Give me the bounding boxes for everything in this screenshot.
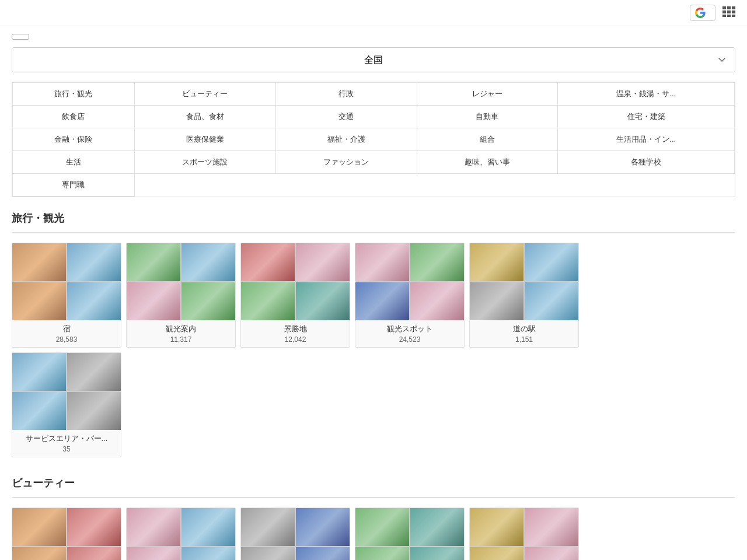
category-card[interactable]: 観光スポット24,523: [355, 243, 465, 348]
card-info: 景勝地12,042: [241, 320, 350, 347]
category-table: 旅行・観光ビューティー行政レジャー温泉・銭湯・サ...飲食店食品、食材交通自動車…: [12, 82, 735, 197]
section-beauty: ビューティー: [12, 476, 735, 560]
card-thumbnail: [12, 508, 121, 560]
section-beauty-header: ビューティー: [12, 476, 735, 490]
category-cell[interactable]: 金融・保険: [13, 128, 135, 151]
card-name: 観光案内: [131, 324, 231, 334]
svg-rect-0: [722, 6, 726, 9]
category-card[interactable]: [12, 508, 121, 560]
card-name: 観光スポット: [360, 324, 459, 334]
card-thumbnail: [12, 243, 121, 320]
thumbnail-part: [241, 282, 295, 320]
category-cell[interactable]: 各種学校: [558, 151, 735, 174]
category-card[interactable]: 観光案内11,317: [126, 243, 236, 348]
section-travel: 旅行・観光 宿28,583観光案内11,317景勝地12,042観光スポット24…: [12, 211, 735, 457]
card-grid-beauty: [12, 508, 735, 560]
thumbnail-part: [355, 508, 409, 546]
category-cell[interactable]: 行政: [275, 83, 417, 106]
svg-rect-5: [732, 10, 735, 13]
card-grid-travel-extra: サービスエリア・パー...35: [12, 352, 735, 457]
category-cell[interactable]: 住宅・建築: [558, 106, 735, 128]
category-cell[interactable]: ビューティー: [134, 83, 275, 106]
category-card[interactable]: サービスエリア・パー...35: [12, 352, 121, 457]
thumbnail-part: [67, 243, 121, 281]
category-card[interactable]: [240, 508, 350, 560]
category-cell[interactable]: 趣味、習い事: [417, 151, 558, 174]
card-name: サービスエリア・パー...: [17, 433, 116, 444]
category-cell[interactable]: 温泉・銭湯・サ...: [558, 83, 735, 106]
category-cell[interactable]: 飲食店: [13, 106, 135, 128]
section-travel-header: 旅行・観光: [12, 211, 735, 225]
card-count: 35: [17, 445, 116, 453]
category-card[interactable]: 景勝地12,042: [240, 243, 350, 348]
category-cell[interactable]: 医療保健業: [134, 128, 275, 151]
category-cell[interactable]: [275, 174, 417, 197]
svg-rect-1: [727, 6, 731, 9]
thumbnail-part: [296, 508, 350, 546]
thumbnail-part: [127, 243, 180, 281]
card-thumbnail: [127, 243, 235, 320]
section-travel-title: 旅行・観光: [12, 211, 64, 225]
card-grid-travel: 宿28,583観光案内11,317景勝地12,042観光スポット24,523道の…: [12, 243, 735, 348]
card-thumbnail: [241, 243, 350, 320]
thumbnail-part: [12, 547, 66, 560]
svg-rect-4: [727, 10, 731, 13]
thumbnail-part: [241, 508, 295, 546]
card-info: 観光スポット24,523: [355, 320, 464, 347]
category-cell[interactable]: [417, 174, 558, 197]
category-card[interactable]: [126, 508, 236, 560]
category-cell[interactable]: 福祉・介護: [275, 128, 417, 151]
region-select-wrapper: 全国 北海道 東北 関東 中部 近畿 中国 四国 九州・沖縄: [12, 47, 735, 72]
card-thumbnail: [470, 508, 578, 560]
header-actions: [690, 5, 735, 21]
thumbnail-part: [67, 547, 121, 560]
thumbnail-part: [410, 243, 464, 281]
thumbnail-part: [355, 282, 409, 320]
category-cell[interactable]: 組合: [417, 128, 558, 151]
thumbnail-part: [12, 508, 66, 546]
category-card[interactable]: 道の駅1,151: [469, 243, 579, 348]
category-cell[interactable]: 専門職: [13, 174, 135, 197]
region-select[interactable]: 全国 北海道 東北 関東 中部 近畿 中国 四国 九州・沖縄: [12, 48, 735, 72]
category-cell[interactable]: 自動車: [417, 106, 558, 128]
language-selector[interactable]: [690, 5, 715, 21]
card-thumbnail: [355, 243, 464, 320]
card-thumbnail: [12, 353, 121, 430]
category-card[interactable]: [355, 508, 465, 560]
thumbnail-part: [181, 508, 235, 546]
thumbnail-part: [296, 282, 350, 320]
thumbnail-part: [241, 243, 295, 281]
category-cell[interactable]: レジャー: [417, 83, 558, 106]
card-info: 道の駅1,151: [470, 320, 578, 347]
list-view-icon[interactable]: [722, 6, 735, 20]
card-thumbnail: [470, 243, 578, 320]
thumbnail-part: [525, 282, 578, 320]
category-cell[interactable]: 旅行・観光: [13, 83, 135, 106]
category-cell[interactable]: 生活: [13, 151, 135, 174]
category-cell[interactable]: 食品、食材: [134, 106, 275, 128]
thumbnail-part: [181, 282, 235, 320]
category-cell[interactable]: 交通: [275, 106, 417, 128]
category-card[interactable]: [469, 508, 579, 560]
thumbnail-part: [67, 392, 121, 430]
category-card[interactable]: 宿28,583: [12, 243, 121, 348]
thumbnail-part: [355, 243, 409, 281]
card-info: 宿28,583: [12, 320, 121, 347]
thumbnail-part: [127, 508, 180, 546]
thumbnail-part: [296, 547, 350, 560]
thumbnail-part: [470, 282, 523, 320]
category-cell[interactable]: 生活用品・イン...: [558, 128, 735, 151]
thumbnail-part: [127, 547, 180, 560]
thumbnail-part: [525, 547, 578, 560]
card-count: 28,583: [17, 335, 116, 344]
category-cell[interactable]: [134, 174, 275, 197]
card-info: サービスエリア・パー...35: [12, 430, 121, 457]
thumbnail-part: [12, 243, 66, 281]
svg-rect-3: [722, 10, 726, 13]
category-cell[interactable]: スポーツ施設: [134, 151, 275, 174]
card-name: 道の駅: [474, 324, 574, 334]
category-cell[interactable]: ファッション: [275, 151, 417, 174]
category-cell[interactable]: [558, 174, 735, 197]
breadcrumb-jpbook[interactable]: [12, 34, 29, 40]
card-count: 24,523: [360, 335, 459, 344]
